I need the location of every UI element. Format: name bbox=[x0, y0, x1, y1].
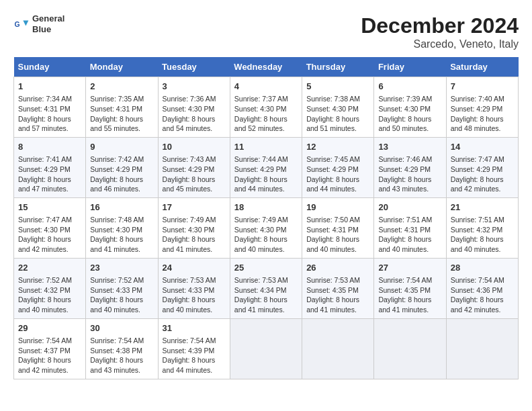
day-info-line: Daylight: 8 hours bbox=[90, 114, 153, 124]
day-info-line: Sunset: 4:38 PM bbox=[90, 346, 153, 356]
day-info-line: Sunrise: 7:54 AM bbox=[163, 336, 226, 346]
day-info-line: Sunrise: 7:53 AM bbox=[306, 275, 369, 285]
day-info-line: and 54 minutes. bbox=[163, 124, 226, 134]
header-friday: Friday bbox=[374, 57, 446, 77]
day-info-line: Daylight: 8 hours bbox=[234, 295, 298, 305]
day-info-line: Sunrise: 7:42 AM bbox=[90, 154, 153, 165]
calendar-cell: 2Sunrise: 7:35 AMSunset: 4:31 PMDaylight… bbox=[86, 77, 158, 138]
calendar-cell bbox=[302, 318, 374, 379]
day-number: 18 bbox=[234, 201, 298, 214]
day-info-line: Daylight: 8 hours bbox=[234, 175, 298, 185]
calendar-cell: 27Sunrise: 7:54 AMSunset: 4:35 PMDayligh… bbox=[374, 258, 446, 318]
calendar-cell: 3Sunrise: 7:36 AMSunset: 4:30 PMDaylight… bbox=[158, 77, 230, 138]
day-info-line: and 52 minutes. bbox=[234, 124, 298, 134]
header-saturday: Saturday bbox=[446, 57, 518, 77]
calendar-cell: 28Sunrise: 7:54 AMSunset: 4:36 PMDayligh… bbox=[446, 258, 518, 318]
day-info-line: Sunset: 4:29 PM bbox=[163, 165, 226, 175]
day-info-line: Sunset: 4:33 PM bbox=[90, 285, 153, 295]
svg-marker-1 bbox=[23, 20, 28, 26]
day-info-line: Daylight: 8 hours bbox=[163, 114, 226, 124]
calendar-week-row: 1Sunrise: 7:34 AMSunset: 4:31 PMDaylight… bbox=[14, 77, 519, 138]
calendar-cell: 31Sunrise: 7:54 AMSunset: 4:39 PMDayligh… bbox=[158, 318, 230, 379]
calendar-cell: 9Sunrise: 7:42 AMSunset: 4:29 PMDaylight… bbox=[86, 137, 158, 197]
day-info-line: Sunset: 4:31 PM bbox=[306, 225, 369, 235]
day-info-line: Daylight: 8 hours bbox=[163, 234, 226, 244]
day-info-line: and 41 minutes. bbox=[306, 305, 369, 315]
day-number: 21 bbox=[451, 201, 514, 214]
logo: G General Blue bbox=[13, 13, 64, 34]
day-number: 11 bbox=[234, 141, 298, 153]
day-info-line: Daylight: 8 hours bbox=[163, 295, 226, 305]
day-info-line: and 43 minutes. bbox=[378, 184, 441, 194]
day-number: 14 bbox=[451, 141, 514, 153]
day-info-line: Daylight: 8 hours bbox=[378, 114, 441, 124]
calendar-cell bbox=[230, 318, 302, 379]
calendar-cell: 14Sunrise: 7:47 AMSunset: 4:29 PMDayligh… bbox=[446, 137, 518, 197]
calendar-cell: 30Sunrise: 7:54 AMSunset: 4:38 PMDayligh… bbox=[86, 318, 158, 379]
day-info-line: Sunset: 4:31 PM bbox=[378, 225, 441, 235]
day-info-line: Daylight: 8 hours bbox=[378, 234, 441, 244]
day-number: 23 bbox=[90, 262, 153, 274]
day-info-line: Sunrise: 7:40 AM bbox=[451, 94, 514, 104]
day-info-line: and 46 minutes. bbox=[90, 184, 153, 194]
svg-text:G: G bbox=[15, 21, 20, 28]
day-info-line: Sunrise: 7:54 AM bbox=[90, 336, 153, 346]
day-info-line: Sunset: 4:30 PM bbox=[90, 225, 153, 235]
day-info-line: and 50 minutes. bbox=[378, 124, 441, 134]
day-info-line: and 44 minutes. bbox=[234, 184, 298, 194]
day-info-line: and 42 minutes. bbox=[451, 184, 514, 194]
calendar-cell: 22Sunrise: 7:52 AMSunset: 4:32 PMDayligh… bbox=[14, 258, 86, 318]
day-number: 5 bbox=[306, 81, 369, 93]
calendar-subtitle: Sarcedo, Veneto, Italy bbox=[361, 38, 519, 50]
day-info-line: Daylight: 8 hours bbox=[163, 175, 226, 185]
day-info-line: Daylight: 8 hours bbox=[378, 175, 441, 185]
calendar-cell: 7Sunrise: 7:40 AMSunset: 4:29 PMDaylight… bbox=[446, 77, 518, 138]
day-number: 7 bbox=[451, 81, 514, 93]
day-info-line: Daylight: 8 hours bbox=[306, 234, 369, 244]
day-info-line: Daylight: 8 hours bbox=[451, 114, 514, 124]
day-info-line: and 40 minutes. bbox=[234, 244, 298, 255]
day-info-line: Sunrise: 7:49 AM bbox=[163, 215, 226, 225]
day-info-line: and 55 minutes. bbox=[90, 124, 153, 134]
day-info-line: Sunset: 4:33 PM bbox=[163, 285, 226, 295]
day-info-line: Daylight: 8 hours bbox=[163, 355, 226, 365]
day-info-line: Sunset: 4:29 PM bbox=[378, 165, 441, 175]
day-info-line: and 41 minutes. bbox=[234, 305, 298, 315]
header-monday: Monday bbox=[86, 57, 158, 77]
header-sunday: Sunday bbox=[14, 57, 86, 77]
day-info-line: Daylight: 8 hours bbox=[451, 234, 514, 244]
day-info-line: Sunset: 4:29 PM bbox=[306, 165, 369, 175]
day-info-line: Daylight: 8 hours bbox=[90, 295, 153, 305]
day-info-line: Sunrise: 7:54 AM bbox=[451, 275, 514, 285]
day-info-line: and 42 minutes. bbox=[451, 305, 514, 315]
day-info-line: and 41 minutes. bbox=[378, 305, 441, 315]
day-info-line: Daylight: 8 hours bbox=[18, 114, 81, 124]
day-number: 9 bbox=[90, 141, 153, 153]
calendar-cell: 6Sunrise: 7:39 AMSunset: 4:30 PMDaylight… bbox=[374, 77, 446, 138]
day-info-line: and 44 minutes. bbox=[306, 184, 369, 194]
day-number: 28 bbox=[451, 262, 514, 274]
calendar-cell: 17Sunrise: 7:49 AMSunset: 4:30 PMDayligh… bbox=[158, 197, 230, 258]
calendar-cell: 4Sunrise: 7:37 AMSunset: 4:30 PMDaylight… bbox=[230, 77, 302, 138]
day-info-line: Sunrise: 7:51 AM bbox=[378, 215, 441, 225]
day-number: 30 bbox=[90, 322, 153, 334]
day-number: 6 bbox=[378, 81, 441, 93]
calendar-cell: 19Sunrise: 7:50 AMSunset: 4:31 PMDayligh… bbox=[302, 197, 374, 258]
day-info-line: Sunset: 4:32 PM bbox=[451, 225, 514, 235]
calendar-week-row: 29Sunrise: 7:54 AMSunset: 4:37 PMDayligh… bbox=[14, 318, 519, 379]
day-info-line: Sunrise: 7:50 AM bbox=[306, 215, 369, 225]
day-info-line: Sunrise: 7:47 AM bbox=[451, 154, 514, 165]
day-number: 27 bbox=[378, 262, 441, 274]
day-info-line: and 40 minutes. bbox=[451, 244, 514, 255]
day-info-line: Sunrise: 7:37 AM bbox=[234, 94, 298, 104]
day-number: 15 bbox=[18, 201, 81, 214]
calendar-cell: 18Sunrise: 7:49 AMSunset: 4:30 PMDayligh… bbox=[230, 197, 302, 258]
day-info-line: Daylight: 8 hours bbox=[234, 234, 298, 244]
day-info-line: Sunset: 4:30 PM bbox=[234, 225, 298, 235]
calendar-cell: 15Sunrise: 7:47 AMSunset: 4:30 PMDayligh… bbox=[14, 197, 86, 258]
day-info-line: and 43 minutes. bbox=[90, 365, 153, 375]
day-number: 31 bbox=[163, 322, 226, 334]
day-info-line: and 40 minutes. bbox=[306, 244, 369, 255]
day-number: 29 bbox=[18, 322, 81, 334]
day-info-line: Sunset: 4:29 PM bbox=[18, 165, 81, 175]
